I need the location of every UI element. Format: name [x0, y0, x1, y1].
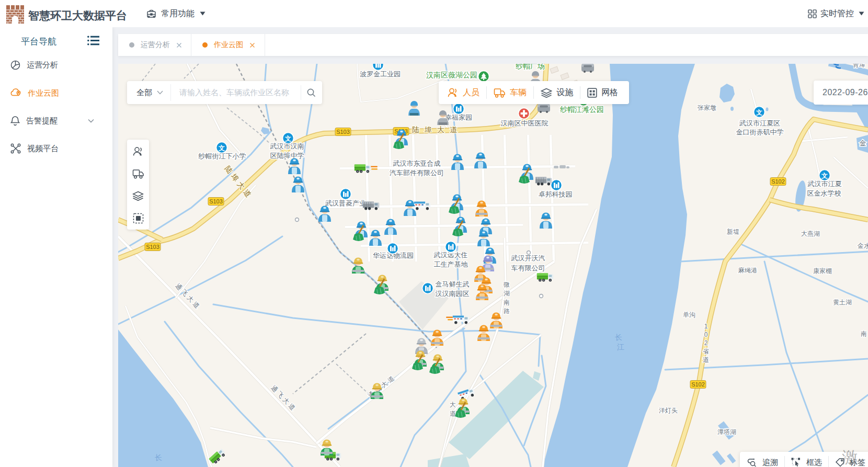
svg-text:车有限公司: 车有限公司 — [511, 264, 545, 272]
svg-text:陆埠大道: 陆埠大道 — [412, 126, 462, 134]
svg-text:1: 1 — [704, 323, 708, 330]
svg-text:长: 长 — [615, 333, 622, 341]
svg-text:纱帽江滩公园: 纱帽江滩公园 — [560, 105, 604, 113]
svg-text:2: 2 — [704, 339, 708, 347]
svg-text:武汉普菱产业: 武汉普菱产业 — [325, 199, 366, 207]
svg-text:卓邦科技园: 卓邦科技园 — [539, 190, 573, 198]
svg-text:大: 大 — [450, 401, 456, 408]
svg-text:长: 长 — [155, 453, 162, 462]
svg-text:康家棚: 康家棚 — [813, 267, 832, 275]
svg-text:湖: 湖 — [504, 290, 510, 297]
svg-text:洋灯头: 洋灯头 — [659, 407, 678, 414]
svg-text:金水: 金水 — [857, 242, 868, 249]
svg-text:麻绳港: 麻绳港 — [738, 267, 757, 274]
svg-text:微: 微 — [503, 281, 510, 288]
svg-text:潭塔湖: 潭塔湖 — [717, 428, 736, 436]
svg-text:南: 南 — [504, 299, 510, 306]
svg-text:波罗金工业园: 波罗金工业园 — [360, 70, 401, 78]
svg-text:路: 路 — [504, 307, 510, 315]
svg-text:大燕湖: 大燕湖 — [801, 230, 820, 237]
svg-text:区陆埠中学: 区陆埠中学 — [270, 152, 304, 160]
svg-text:工生产基地: 工生产基地 — [434, 260, 469, 268]
svg-text:武汉市东亚合成: 武汉市东亚合成 — [393, 160, 441, 167]
svg-text:单沟: 单沟 — [683, 311, 695, 318]
svg-text:金: 金 — [860, 139, 866, 147]
svg-text:汉南区薇湖公园: 汉南区薇湖公园 — [426, 71, 477, 79]
svg-text:汽车部件有限公司: 汽车部件有限公司 — [390, 169, 444, 177]
svg-text:汉汉南园区: 汉汉南园区 — [436, 290, 470, 298]
svg-text:省: 省 — [703, 348, 709, 355]
svg-text:道: 道 — [703, 356, 709, 363]
svg-text:纱帽广场: 纱帽广场 — [516, 64, 545, 70]
svg-text:区金水学校: 区金水学校 — [807, 189, 841, 197]
svg-text:新堤: 新堤 — [727, 228, 739, 235]
svg-text:武汉市江夏区: 武汉市江夏区 — [739, 119, 780, 127]
svg-text:武汉开沃汽: 武汉开沃汽 — [511, 254, 545, 262]
svg-text:0: 0 — [704, 331, 708, 338]
svg-text:南: 南 — [861, 330, 867, 337]
svg-text:江: 江 — [617, 343, 624, 351]
svg-text:青埠: 青埠 — [853, 64, 865, 69]
svg-text:张家墩: 张家墩 — [698, 104, 716, 111]
svg-text:金口街赤矶中学: 金口街赤矶中学 — [736, 128, 784, 136]
svg-text:黄土湖: 黄土湖 — [833, 299, 852, 306]
svg-text:盒马鲜生武: 盒马鲜生武 — [436, 280, 470, 288]
svg-text:汉南区中医医院: 汉南区中医医院 — [501, 119, 549, 127]
